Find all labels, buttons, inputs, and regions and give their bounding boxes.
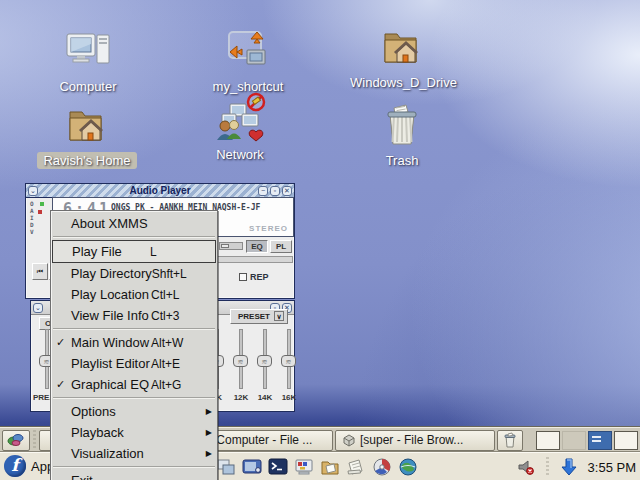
computer-icon bbox=[63, 30, 113, 78]
taskbar-button-super[interactable]: [super - File Brow... bbox=[335, 430, 495, 451]
media-player-icon[interactable] bbox=[240, 455, 264, 479]
eq-band-slider-16k[interactable]: ≋16K bbox=[279, 329, 299, 405]
eq-band-slider-12k[interactable]: ≋12K bbox=[231, 329, 251, 405]
submenu-arrow-icon: ▶ bbox=[203, 407, 212, 416]
panel-grip[interactable] bbox=[545, 457, 550, 477]
icon-label: Ravish's Home bbox=[35, 153, 139, 168]
panel-grip[interactable] bbox=[32, 430, 37, 450]
audio-player-titlebar[interactable]: ⌄ Audio Player − ▫ ✕ bbox=[26, 184, 294, 198]
playlist-toggle-button[interactable]: PL bbox=[270, 240, 292, 253]
folder-home-icon bbox=[62, 104, 112, 152]
menu-item-about-xmms[interactable]: About XMMS bbox=[52, 213, 216, 234]
equalizer-toggle-button[interactable]: EQ bbox=[246, 240, 268, 253]
menu-item-graphical-eq[interactable]: ✓ Graphical EQ Alt+G bbox=[52, 374, 216, 395]
trash-icon bbox=[380, 102, 424, 152]
balance-slider[interactable] bbox=[219, 242, 243, 250]
menu-item-play-file[interactable]: Play File L bbox=[52, 240, 216, 263]
icon-label: Network bbox=[188, 147, 292, 162]
taskbar-trash-button[interactable] bbox=[497, 430, 523, 451]
menu-item-view-file-info[interactable]: View File Info Ctl+3 bbox=[52, 305, 216, 326]
minimize-button[interactable]: − bbox=[258, 186, 268, 196]
checkmark-icon: ✓ bbox=[56, 336, 71, 349]
desktop-icon-computer[interactable]: Computer bbox=[36, 30, 140, 94]
notes-icon[interactable] bbox=[344, 455, 368, 479]
window-title: Audio Player bbox=[26, 185, 294, 196]
close-button[interactable]: ✕ bbox=[282, 186, 292, 196]
prev-button[interactable]: ⏮ bbox=[32, 263, 48, 280]
icon-label: Computer bbox=[36, 79, 140, 94]
desktop-icon-network[interactable]: Network bbox=[188, 92, 292, 162]
submenu-arrow-icon: ▶ bbox=[203, 428, 212, 437]
clock[interactable]: 3:55 PM bbox=[588, 460, 636, 475]
package-icon bbox=[341, 432, 357, 448]
disc-icon[interactable] bbox=[370, 455, 394, 479]
checkmark-icon: ✓ bbox=[56, 378, 71, 391]
desktop-icon-trash[interactable]: Trash bbox=[350, 102, 454, 168]
web-browser-icon[interactable] bbox=[396, 455, 420, 479]
menu-separator bbox=[53, 236, 215, 238]
preset-button[interactable]: PRESET∨ bbox=[230, 309, 288, 324]
menu-item-visualization[interactable]: Visualization ▶ bbox=[52, 443, 216, 464]
pager-desktop-1[interactable] bbox=[536, 431, 560, 450]
pager-desktop-4[interactable] bbox=[614, 431, 638, 450]
pager-desktop-2[interactable] bbox=[562, 431, 586, 450]
icon-label: Trash bbox=[350, 153, 454, 168]
submenu-arrow-icon: ▶ bbox=[203, 449, 212, 458]
xmms-context-menu: About XMMS Play File L Play Directory Sh… bbox=[50, 210, 218, 480]
trash-icon bbox=[503, 430, 517, 451]
shortcut-icon bbox=[223, 28, 273, 78]
desktop: Computer my_shortcut W bbox=[0, 0, 640, 480]
desktop-icon-windows-d-drive[interactable]: Windows_D_Drive bbox=[350, 26, 454, 90]
update-arrow-icon[interactable] bbox=[557, 455, 581, 479]
window-menu-button[interactable]: ⌄ bbox=[33, 303, 43, 313]
system-tray: 3:55 PM bbox=[514, 455, 636, 479]
shade-button[interactable]: ▫ bbox=[270, 186, 280, 196]
panel-app-button[interactable] bbox=[2, 430, 30, 451]
menu-separator bbox=[53, 328, 215, 330]
stereo-indicator: STEREO bbox=[249, 224, 288, 233]
clutterbar[interactable]: OAIDV bbox=[30, 200, 34, 235]
menu-item-play-directory[interactable]: Play Directory Shft+L bbox=[52, 263, 216, 284]
panel-app-icon bbox=[7, 430, 25, 451]
folder-documents-icon[interactable] bbox=[318, 455, 342, 479]
menu-item-playlist-editor[interactable]: Playlist Editor Alt+E bbox=[52, 353, 216, 374]
status-indicator bbox=[38, 210, 42, 214]
menu-separator bbox=[53, 466, 215, 468]
menu-item-exit[interactable]: Exit bbox=[52, 470, 216, 480]
menu-item-main-window[interactable]: ✓ Main Window Alt+W bbox=[52, 332, 216, 353]
folder-home-icon bbox=[377, 26, 427, 74]
menu-item-playback[interactable]: Playback ▶ bbox=[52, 422, 216, 443]
taskbar-button-computer[interactable]: [Computer - File ... bbox=[207, 430, 333, 451]
menu-item-options[interactable]: Options ▶ bbox=[52, 401, 216, 422]
network-icon bbox=[212, 92, 268, 146]
volume-muted-icon[interactable] bbox=[514, 455, 538, 479]
menu-item-play-location[interactable]: Play Location Ctl+L bbox=[52, 284, 216, 305]
desktop-icon-my-shortcut[interactable]: my_shortcut bbox=[196, 28, 300, 94]
display-settings-icon[interactable] bbox=[292, 455, 316, 479]
play-indicator bbox=[40, 202, 44, 206]
icon-label: Windows_D_Drive bbox=[350, 75, 454, 90]
repeat-checkbox[interactable]: REP bbox=[239, 272, 269, 282]
terminal-icon[interactable] bbox=[266, 455, 290, 479]
desktop-icon-ravish-home[interactable]: Ravish's Home bbox=[35, 104, 139, 168]
workspace-pager bbox=[536, 431, 638, 450]
menu-separator bbox=[53, 397, 215, 399]
pager-desktop-3-active[interactable] bbox=[588, 431, 612, 450]
quick-launch-strip bbox=[214, 455, 420, 479]
eq-band-slider-14k[interactable]: ≋14K bbox=[255, 329, 275, 405]
fedora-logo-icon: f bbox=[4, 455, 26, 477]
